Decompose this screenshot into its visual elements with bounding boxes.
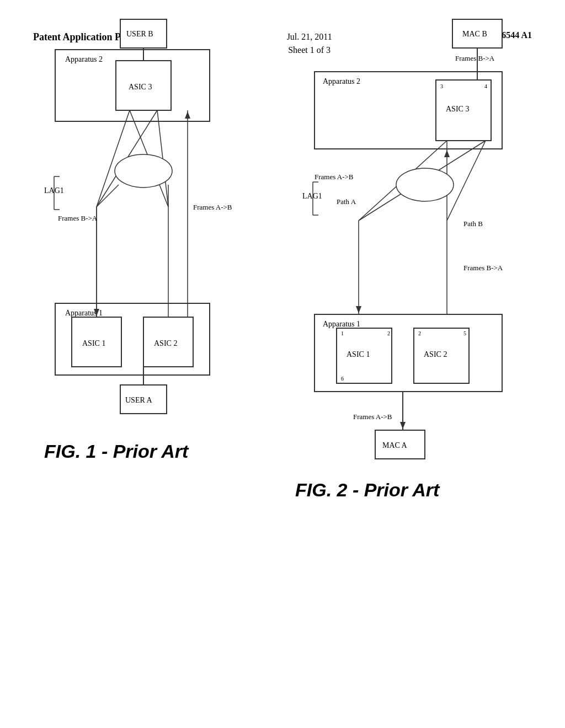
svg-text:MAC B: MAC B [462, 30, 487, 38]
svg-text:Frames A->B: Frames A->B [193, 203, 232, 211]
svg-text:3: 3 [440, 83, 443, 89]
svg-text:Frames B->A: Frames B->A [463, 264, 503, 272]
svg-text:FIG. 1 - Prior Art: FIG. 1 - Prior Art [44, 441, 189, 462]
svg-point-24 [115, 154, 172, 188]
svg-text:Apparatus 2: Apparatus 2 [323, 77, 360, 85]
svg-line-25 [97, 185, 119, 207]
svg-text:USER A: USER A [125, 396, 153, 404]
fig1-svg: Apparatus 2 ASIC 3 USER B Apparatus 1 AS… [28, 17, 259, 513]
svg-text:Frames B->A: Frames B->A [455, 54, 495, 62]
svg-text:Frames A->B: Frames A->B [353, 413, 392, 421]
svg-text:2: 2 [387, 330, 390, 336]
svg-text:Apparatus 1: Apparatus 1 [323, 320, 360, 328]
svg-marker-58 [444, 150, 450, 157]
svg-text:Path A: Path A [337, 197, 356, 206]
page: Patent Application Publication Jul. 21, … [0, 0, 565, 728]
svg-text:ASIC 2: ASIC 2 [154, 339, 177, 347]
svg-text:USER B: USER B [126, 30, 153, 38]
fig1-container: Apparatus 2 ASIC 3 USER B Apparatus 1 AS… [28, 17, 259, 596]
svg-marker-78 [400, 422, 406, 429]
svg-text:2: 2 [418, 330, 421, 336]
svg-text:1: 1 [341, 330, 344, 336]
svg-text:LAG1: LAG1 [302, 192, 322, 200]
svg-text:ASIC 1: ASIC 1 [82, 339, 105, 347]
svg-text:ASIC 3: ASIC 3 [129, 83, 152, 91]
svg-text:ASIC 3: ASIC 3 [446, 105, 469, 113]
svg-text:Frames B->A: Frames B->A [58, 214, 98, 222]
svg-text:5: 5 [463, 330, 466, 336]
svg-point-54 [396, 168, 454, 201]
svg-marker-57 [356, 306, 361, 313]
svg-text:ASIC 1: ASIC 1 [347, 350, 370, 358]
fig2-svg: MAC B Frames B->A Apparatus 2 3 4 ASIC 3… [292, 17, 541, 596]
svg-text:FIG. 2 - Prior Art: FIG. 2 - Prior Art [295, 479, 440, 500]
svg-text:4: 4 [484, 83, 487, 89]
svg-text:Path B: Path B [463, 220, 483, 228]
fig2-container: MAC B Frames B->A Apparatus 2 3 4 ASIC 3… [292, 17, 541, 596]
svg-text:6: 6 [341, 376, 344, 382]
svg-text:Apparatus 2: Apparatus 2 [65, 55, 103, 63]
svg-text:ASIC 2: ASIC 2 [424, 350, 447, 358]
svg-text:Frames A->B: Frames A->B [315, 173, 354, 181]
svg-text:MAC A: MAC A [382, 441, 408, 449]
